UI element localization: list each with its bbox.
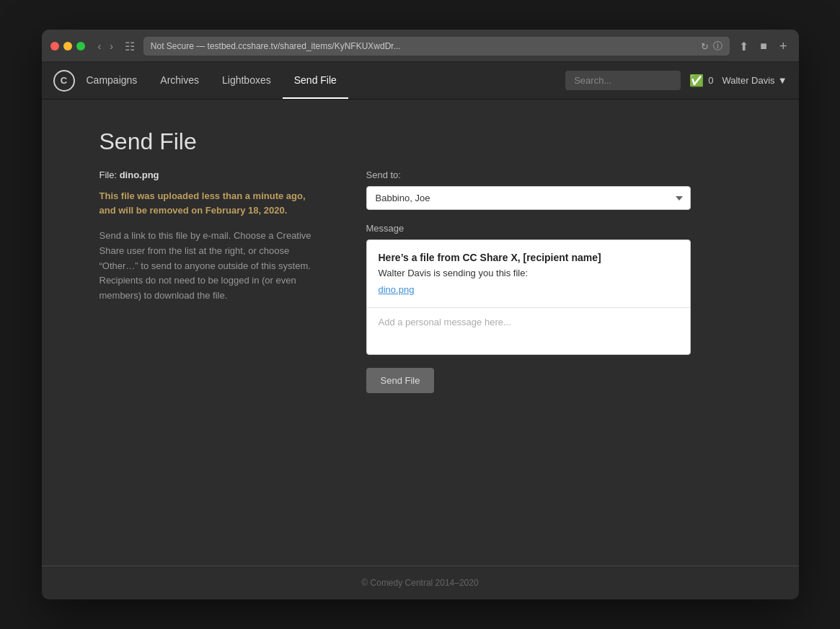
description-text: Send a link to this file by e-mail. Choo… <box>100 229 316 304</box>
message-preset-title: Here’s a file from CC Share X, [recipien… <box>379 252 678 263</box>
message-file-link[interactable]: dino.png <box>379 284 415 295</box>
left-panel: File: dino.png This file was uploaded le… <box>100 170 323 304</box>
forward-button[interactable]: › <box>107 39 116 53</box>
message-label: Message <box>366 223 691 234</box>
nav-link-campaigns[interactable]: Campaigns <box>75 62 149 99</box>
copyright-text: © Comedy Central 2014–2020 <box>361 578 478 588</box>
file-name: dino.png <box>120 170 159 180</box>
nav-link-archives[interactable]: Archives <box>149 62 211 99</box>
file-info-label: File: dino.png <box>100 170 323 180</box>
traffic-light-minimize[interactable] <box>63 42 72 50</box>
file-label: File: <box>100 170 120 180</box>
message-box: Here’s a file from CC Share X, [recipien… <box>366 239 691 355</box>
share-button[interactable]: ⬆ <box>735 38 752 55</box>
form-section: File: dino.png This file was uploaded le… <box>100 170 741 393</box>
user-name: Walter Davis <box>722 75 774 86</box>
nav-buttons: ‹ › <box>95 39 116 53</box>
browser-chrome: ‹ › ☷ Not Secure — testbed.ccshare.tv/sh… <box>42 30 799 62</box>
nav-link-send-file[interactable]: Send File <box>283 62 348 99</box>
warning-text: This file was uploaded less than a minut… <box>100 189 323 217</box>
search-input[interactable] <box>565 71 681 90</box>
message-preset-body: Walter Davis is sending you this file: <box>379 268 678 278</box>
reload-button[interactable]: ↻ <box>701 41 709 52</box>
check-icon: ✅ <box>689 74 704 87</box>
browser-window: ‹ › ☷ Not Secure — testbed.ccshare.tv/sh… <box>42 30 799 599</box>
page-title: Send File <box>100 128 741 155</box>
navbar: C Campaigns Archives Lightboxes Send Fil… <box>42 62 799 100</box>
nav-right: ✅ 0 Walter Davis ▼ <box>565 71 787 90</box>
sidebar-button[interactable]: ☷ <box>122 38 138 55</box>
footer: © Comedy Central 2014–2020 <box>42 566 799 599</box>
address-bar[interactable]: Not Secure — testbed.ccshare.tv/shared_i… <box>143 37 730 56</box>
send-file-button[interactable]: Send File <box>366 368 435 393</box>
info-button[interactable]: ⓘ <box>713 40 722 53</box>
reader-view-button[interactable]: ■ <box>756 38 771 54</box>
notification-count: 0 <box>708 75 713 86</box>
main-content: Send File File: dino.png This file was u… <box>42 100 799 566</box>
right-panel: Send to: Babbino, Joe Other... Message H… <box>366 170 691 393</box>
traffic-lights <box>50 42 85 50</box>
traffic-light-maximize[interactable] <box>76 42 85 50</box>
user-menu[interactable]: Walter Davis ▼ <box>722 75 787 86</box>
recipient-select[interactable]: Babbino, Joe Other... <box>366 186 691 210</box>
message-textarea[interactable] <box>367 308 690 351</box>
address-text: Not Secure — testbed.ccshare.tv/shared_i… <box>151 41 697 51</box>
logo: C <box>53 70 75 92</box>
chevron-down-icon: ▼ <box>778 75 787 86</box>
browser-actions: ⬆ ■ <box>735 38 771 55</box>
nav-links: Campaigns Archives Lightboxes Send File <box>75 62 566 99</box>
message-preset: Here’s a file from CC Share X, [recipien… <box>367 240 690 308</box>
back-button[interactable]: ‹ <box>95 39 105 53</box>
new-tab-button[interactable]: + <box>777 38 790 56</box>
traffic-light-close[interactable] <box>50 42 59 50</box>
app: C Campaigns Archives Lightboxes Send Fil… <box>42 62 799 599</box>
logo-text: C <box>61 75 67 86</box>
notification-badge[interactable]: ✅ 0 <box>689 74 713 87</box>
nav-link-lightboxes[interactable]: Lightboxes <box>211 62 283 99</box>
send-to-label: Send to: <box>366 170 691 180</box>
